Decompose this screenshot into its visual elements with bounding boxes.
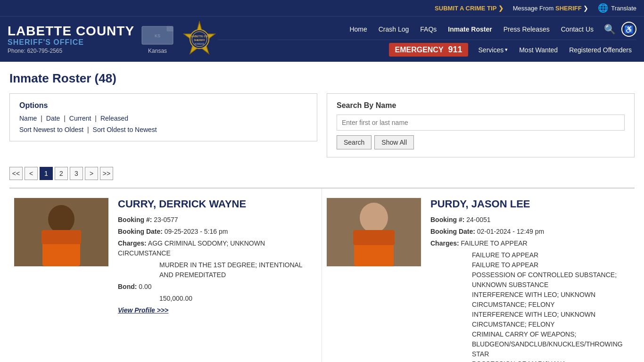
inmate-grid: CURRY, DERRICK WAYNE Booking #: 23-0577 … (9, 189, 635, 362)
main-content: Inmate Roster (48) Options Name | Date |… (0, 62, 644, 362)
search-button[interactable]: Search (337, 135, 372, 149)
search-box: Search By Name Search Show All (327, 93, 635, 157)
nav-contact-us[interactable]: Contact Us (556, 24, 598, 35)
filter-date[interactable]: Date (46, 115, 60, 122)
pagination-first[interactable]: << (9, 167, 23, 180)
bond-amount-curry: 150,000.00 (118, 294, 317, 304)
charge-purdy-3: FAILURE TO APPEAR (430, 260, 630, 270)
sheriff-title: LABETTE COUNTY SHERIFF'S OFFICE Phone: 6… (8, 24, 134, 55)
nav-bottom: EMERGENCY 911 Services ▾ Most Wanted Reg… (218, 40, 636, 57)
pagination-prev[interactable]: < (25, 167, 38, 180)
booking-date-purdy: Booking Date: 02-01-2024 - 12:49 pm (430, 227, 630, 237)
crime-tip-text: SUBMIT A CRIME TIP (435, 5, 496, 12)
inmate-info-curry: CURRY, DERRICK WAYNE Booking #: 23-0577 … (118, 198, 317, 362)
search-buttons: Search Show All (337, 135, 625, 149)
accessibility-button[interactable]: ♿ (621, 22, 636, 37)
nav-inmate-roster[interactable]: Inmate Roster (443, 24, 496, 35)
search-input[interactable] (337, 115, 625, 131)
filter-current[interactable]: Current (69, 115, 91, 122)
svg-text:SHERIFF: SHERIFF (194, 39, 205, 41)
nav-services[interactable]: Services ▾ (474, 44, 513, 56)
nav-registered-offenders[interactable]: Registered Offenders (564, 44, 636, 56)
sort-links: Sort Newest to Oldest | Sort Oldest to N… (19, 126, 307, 133)
booking-num-purdy: Booking #: 24-0051 (430, 215, 630, 225)
booking-date-curry: Booking Date: 09-25-2023 - 5:16 pm (118, 227, 317, 237)
charge-purdy-2: FAILURE TO APPEAR (430, 250, 630, 260)
translate-button[interactable]: 🌐 Translate (598, 3, 636, 13)
emergency-badge: EMERGENCY 911 (389, 43, 468, 57)
search-heading: Search By Name (337, 101, 625, 110)
charge-line-curry-2: MURDER IN THE 1ST DEGREE; INTENTIONAL AN… (118, 260, 317, 280)
bond-curry: Bond: 0.00 (118, 282, 317, 292)
options-heading: Options (19, 101, 307, 110)
sort-newest[interactable]: Sort Newest to Oldest (19, 126, 83, 133)
nav-most-wanted[interactable]: Most Wanted (514, 44, 562, 56)
pagination: << < 1 2 3 > >> (9, 167, 635, 180)
charge-purdy-7: CRIMINAL CARRY OF WEAPONS; BLUDGEON/SAND… (430, 329, 630, 359)
inmate-list: CURRY, DERRICK WAYNE Booking #: 23-0577 … (9, 188, 635, 362)
svg-point-14 (360, 203, 388, 233)
charge-purdy-4: POSSESSION OF CONTROLLED SUBSTANCE; UNKN… (430, 270, 630, 290)
emergency-number: 911 (448, 45, 462, 54)
kansas-map: KS Kansas (141, 24, 174, 54)
pagination-last[interactable]: >> (100, 167, 113, 180)
inmate-info-purdy: PURDY, JASON LEE Booking #: 24-0051 Book… (430, 198, 630, 362)
charge-purdy-8: POSSESSION OF MARIJUANA (430, 359, 630, 362)
charges-purdy-1: Charges: FAILURE TO APPEAR (430, 239, 630, 248)
booking-num-curry: Booking #: 23-0577 (118, 215, 317, 225)
pagination-page-1[interactable]: 1 (40, 167, 53, 180)
nav-crash-log[interactable]: Crash Log (374, 24, 414, 35)
inmate-name-curry: CURRY, DERRICK WAYNE (118, 198, 317, 210)
filter-released[interactable]: Released (100, 115, 128, 122)
header-nav: Home Crash Log FAQs Inmate Roster Press … (218, 22, 636, 57)
crime-tip-link[interactable]: SUBMIT A CRIME TIP ❯ (435, 5, 504, 12)
inmate-row-curry: CURRY, DERRICK WAYNE Booking #: 23-0577 … (9, 189, 322, 362)
county-name: LABETTE COUNTY (8, 24, 134, 39)
translate-label: Translate (611, 5, 636, 12)
nav-press-releases[interactable]: Press Releases (499, 24, 554, 35)
globe-icon: 🌐 (598, 3, 608, 13)
svg-text:KANSAS: KANSAS (195, 42, 205, 45)
pagination-page-2[interactable]: 2 (55, 167, 68, 180)
filter-name[interactable]: Name (19, 115, 37, 122)
pagination-next[interactable]: > (85, 167, 98, 180)
options-filter-links: Name | Date | Current | Released (19, 115, 307, 122)
svg-point-10 (48, 205, 74, 233)
view-profile-curry[interactable]: View Profile >>> (118, 306, 168, 314)
inmate-photo-curry (14, 198, 108, 266)
emergency-label: EMERGENCY (395, 46, 443, 54)
sort-oldest[interactable]: Sort Oldest to Newest (93, 126, 157, 133)
header-search-button[interactable]: 🔍 (600, 22, 619, 37)
svg-text:LABETTE CO: LABETTE CO (191, 35, 208, 38)
services-dropdown-icon: ▾ (505, 47, 508, 53)
pagination-page-3[interactable]: 3 (70, 167, 83, 180)
office-name: SHERIFF'S OFFICE (8, 38, 134, 47)
svg-rect-1 (167, 26, 173, 31)
kansas-label: Kansas (141, 48, 174, 54)
phone-number: Phone: 620-795-2565 (8, 48, 134, 54)
inmate-row-purdy: PURDY, JASON LEE Booking #: 24-0051 Book… (322, 189, 635, 362)
page-title: Inmate Roster (48) (9, 71, 635, 86)
top-bar: SUBMIT A CRIME TIP ❯ Message From SHERIF… (0, 0, 644, 16)
options-section: Options Name | Date | Current | Released… (9, 93, 635, 157)
charge-purdy-5: INTERFERENCE WITH LEO; UNKNOWN CIRCUMSTA… (430, 290, 630, 310)
inmate-photo-purdy (327, 198, 421, 266)
inmate-name-purdy: PURDY, JASON LEE (430, 198, 630, 210)
phone-label: Phone: (8, 48, 25, 54)
charges-curry: Charges: AGG CRIMINAL SODOMY; UNKNOWN CI… (118, 239, 317, 258)
header: LABETTE COUNTY SHERIFF'S OFFICE Phone: 6… (0, 16, 644, 62)
phone-value: 620-795-2565 (27, 48, 62, 54)
nav-home[interactable]: Home (345, 24, 372, 35)
sheriff-badge: LABETTE CO SHERIFF KANSAS (181, 20, 218, 58)
charge-purdy-6: INTERFERENCE WITH LEO; UNKNOWN CIRCUMSTA… (430, 310, 630, 329)
header-left: LABETTE COUNTY SHERIFF'S OFFICE Phone: 6… (8, 20, 218, 58)
show-all-button[interactable]: Show All (374, 135, 414, 149)
options-box: Options Name | Date | Current | Released… (9, 93, 317, 141)
sheriff-msg-text: Message From SHERIFF ❯ (513, 5, 589, 12)
nav-faqs[interactable]: FAQs (415, 24, 441, 35)
svg-text:KS: KS (155, 33, 160, 38)
sheriff-message-link[interactable]: Message From SHERIFF ❯ (513, 5, 589, 12)
svg-rect-12 (41, 230, 81, 244)
svg-rect-16 (353, 230, 395, 245)
nav-top: Home Crash Log FAQs Inmate Roster Press … (218, 22, 636, 40)
